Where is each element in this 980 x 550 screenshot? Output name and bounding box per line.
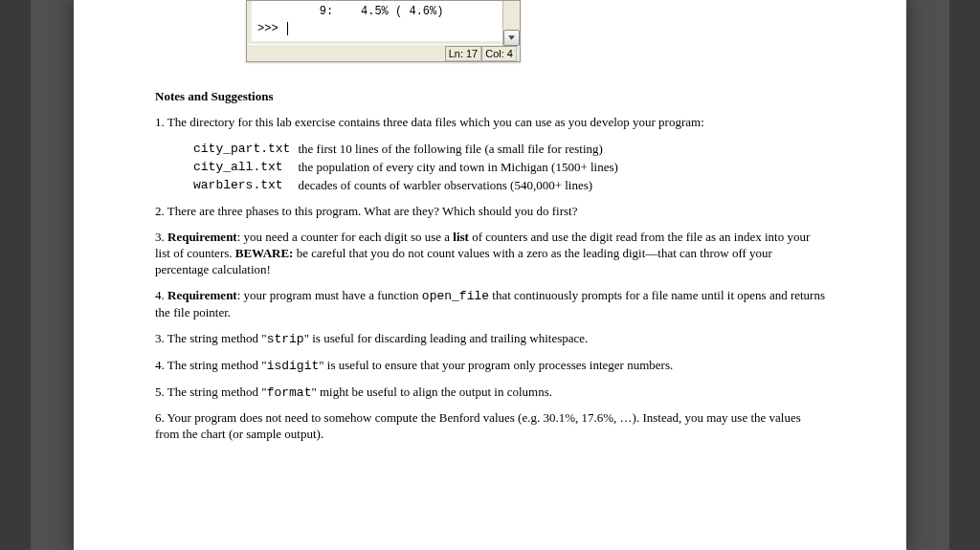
paragraph-1: 1. The directory for this lab exercise c… bbox=[155, 115, 825, 131]
file-desc: decades of counts of warbler observation… bbox=[298, 177, 625, 195]
txt: 4. bbox=[155, 288, 167, 302]
txt: " is useful to ensure that your program … bbox=[319, 358, 673, 372]
file-name: city_all.txt bbox=[193, 159, 298, 177]
code-open-file: open_file bbox=[422, 289, 489, 303]
viewer-gutter-left bbox=[0, 0, 31, 550]
content-area: 9: 4.5% ( 4.6%) >>> Ln: 17Col: 4 Notes a… bbox=[74, 0, 906, 476]
paragraph-2: 2. There are three phases to this progra… bbox=[155, 204, 825, 220]
file-desc: the first 10 lines of the following file… bbox=[298, 141, 625, 159]
text-cursor bbox=[287, 22, 288, 35]
table-row: city_part.txt the first 10 lines of the … bbox=[193, 141, 626, 159]
prompt: >>> bbox=[257, 22, 285, 35]
paragraph-6: 4. The string method "isdigit" is useful… bbox=[155, 358, 825, 375]
beware-label: BEWARE: bbox=[235, 246, 294, 260]
code-format: format bbox=[267, 385, 312, 400]
txt: 4. The string method " bbox=[155, 358, 267, 372]
txt: 5. The string method " bbox=[155, 385, 267, 399]
file-name: city_part.txt bbox=[193, 141, 298, 159]
status-line: Ln: 17 bbox=[445, 46, 482, 61]
code-strip: strip bbox=[267, 332, 304, 346]
txt: : you need a counter for each digit so u… bbox=[237, 230, 454, 244]
txt: : your program must have a function bbox=[237, 288, 422, 302]
requirement-label: Requirement bbox=[167, 288, 237, 302]
list-bold: list bbox=[453, 230, 469, 244]
scroll-down-button[interactable] bbox=[503, 30, 520, 46]
idle-shell-window: 9: 4.5% ( 4.6%) >>> Ln: 17Col: 4 bbox=[246, 0, 521, 62]
txt: " is useful for discarding leading and t… bbox=[304, 331, 589, 345]
document-page: 9: 4.5% ( 4.6%) >>> Ln: 17Col: 4 Notes a… bbox=[74, 0, 906, 550]
txt: 3. The string method " bbox=[155, 331, 267, 345]
paragraph-3: 3. Requirement: you need a counter for e… bbox=[155, 230, 825, 278]
table-row: city_all.txt the population of every cit… bbox=[193, 159, 626, 177]
file-desc: the population of every city and town in… bbox=[298, 159, 625, 177]
paragraph-5: 3. The string method "strip" is useful f… bbox=[155, 331, 825, 348]
viewer-gutter-right bbox=[949, 0, 980, 550]
status-bar: Ln: 17Col: 4 bbox=[247, 44, 520, 61]
output-line: 9: 4.5% ( 4.6%) bbox=[257, 5, 443, 18]
chevron-down-icon bbox=[508, 35, 515, 40]
paragraph-4: 4. Requirement: your program must have a… bbox=[155, 288, 825, 321]
txt: 3. bbox=[155, 230, 167, 244]
paragraph-7: 5. The string method "format" might be u… bbox=[155, 385, 825, 402]
table-row: warblers.txt decades of counts of warble… bbox=[193, 177, 626, 195]
txt: " might be useful to align the output in… bbox=[311, 385, 552, 399]
code-isdigit: isdigit bbox=[267, 359, 320, 373]
file-list-table: city_part.txt the first 10 lines of the … bbox=[193, 141, 626, 195]
file-name: warblers.txt bbox=[193, 177, 298, 195]
section-heading: Notes and Suggestions bbox=[155, 89, 825, 105]
requirement-label: Requirement bbox=[167, 230, 237, 244]
shell-text[interactable]: 9: 4.5% ( 4.6%) >>> bbox=[252, 1, 502, 41]
paragraph-8: 6. Your program does not need to somehow… bbox=[155, 410, 825, 443]
status-col: Col: 4 bbox=[481, 46, 517, 61]
